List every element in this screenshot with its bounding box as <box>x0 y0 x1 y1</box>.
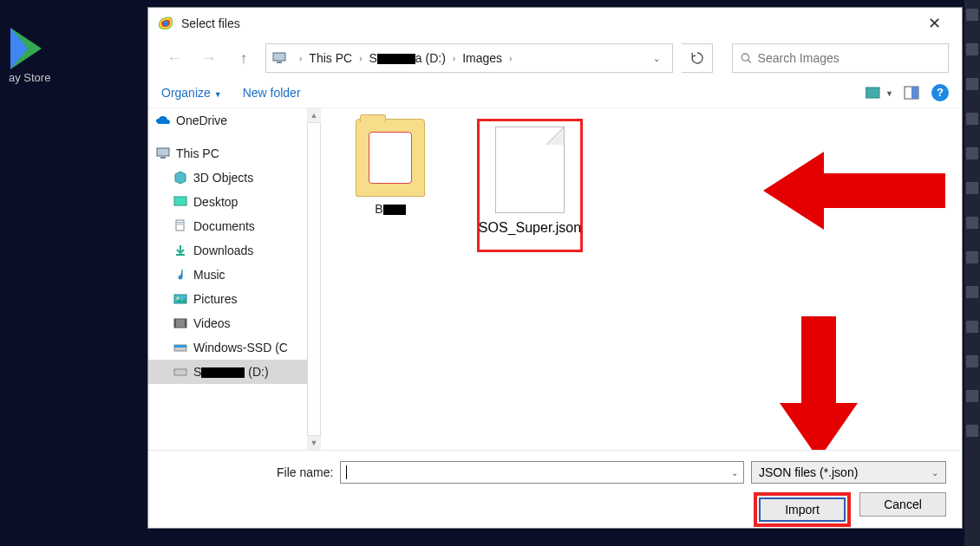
svg-rect-13 <box>177 222 183 223</box>
svg-rect-19 <box>174 319 176 328</box>
music-icon <box>173 267 188 283</box>
up-button[interactable]: ↑ <box>231 45 257 71</box>
rail-icon[interactable] <box>966 147 978 159</box>
breadcrumb-sep: › <box>352 54 369 63</box>
sidebar-windows-ssd[interactable]: Windows-SSD (C <box>148 335 307 360</box>
svg-rect-9 <box>157 148 169 156</box>
drive-icon <box>173 364 188 380</box>
search-input[interactable] <box>758 51 941 65</box>
pc-icon <box>271 50 287 66</box>
svg-text:▼: ▼ <box>885 89 892 98</box>
breadcrumb-bar[interactable]: › This PC › Sa (D:) › Images › ⌄ <box>265 43 673 73</box>
emulator-rail <box>964 0 980 546</box>
breadcrumb-sep: › <box>502 54 519 63</box>
play-store-shortcut[interactable]: ay Store <box>9 26 50 84</box>
svg-point-3 <box>742 54 748 61</box>
breadcrumb-sep: › <box>446 54 462 63</box>
organize-menu[interactable]: Organize ▼ <box>161 86 222 100</box>
svg-rect-23 <box>174 369 186 375</box>
sidebar-3d-objects[interactable]: 3D Objects <box>148 166 307 190</box>
dialog-footer: File name: ⌄ JSON files (*.json) ⌄ Impor… <box>148 450 962 528</box>
play-store-label: ay Store <box>9 71 50 84</box>
sidebar-drive-d[interactable]: S (D:) <box>148 360 307 384</box>
search-box[interactable] <box>732 43 949 73</box>
rail-icon[interactable] <box>966 425 978 437</box>
rail-icon[interactable] <box>966 43 978 55</box>
view-button[interactable]: ▼ <box>866 85 892 101</box>
breadcrumb-0[interactable]: This PC <box>309 51 352 65</box>
svg-rect-14 <box>177 224 183 224</box>
rail-icon[interactable] <box>966 9 978 21</box>
sidebar-music[interactable]: Music <box>148 263 307 287</box>
file-list[interactable]: B SOS_Super.json <box>321 108 962 450</box>
refresh-icon <box>690 51 704 65</box>
breadcrumb-drop[interactable]: ⌄ <box>646 54 667 63</box>
rail-icon[interactable] <box>966 390 978 402</box>
rail-icon[interactable] <box>966 251 978 263</box>
close-button[interactable]: ✕ <box>916 10 953 36</box>
svg-rect-11 <box>174 197 186 205</box>
folder-item[interactable]: B <box>338 119 442 216</box>
import-highlight: Import <box>754 492 851 527</box>
sidebar-documents[interactable]: Documents <box>148 214 307 238</box>
sidebar-thispc[interactable]: This PC <box>148 141 307 166</box>
breadcrumb-1[interactable]: Sa (D:) <box>369 51 445 65</box>
folder-label: B <box>375 202 405 216</box>
forward-button[interactable]: → <box>196 45 222 71</box>
rail-icon[interactable] <box>966 355 978 367</box>
sidebar-videos[interactable]: Videos <box>148 311 307 335</box>
help-button[interactable]: ? <box>931 84 949 101</box>
filename-input[interactable]: ⌄ <box>340 461 744 484</box>
sidebar-onedrive[interactable]: OneDrive <box>148 108 307 133</box>
svg-rect-15 <box>176 254 185 256</box>
sidebar-pictures[interactable]: Pictures <box>148 287 307 311</box>
rail-icon[interactable] <box>966 321 978 333</box>
play-store-icon <box>9 26 50 71</box>
rail-icon[interactable] <box>966 182 978 194</box>
scroll-down[interactable]: ▼ <box>307 436 321 450</box>
filename-dropdown[interactable]: ⌄ <box>731 468 738 478</box>
search-icon <box>740 51 753 65</box>
svg-line-4 <box>748 60 751 62</box>
svg-rect-2 <box>277 62 282 63</box>
sidebar-downloads[interactable]: Downloads <box>148 238 307 263</box>
new-folder-button[interactable]: New folder <box>243 86 301 100</box>
import-button[interactable]: Import <box>759 497 846 522</box>
svg-rect-20 <box>185 319 186 328</box>
breadcrumb-2[interactable]: Images <box>462 51 502 65</box>
sidebar: OneDrive This PC 3D Objects Desktop Docu… <box>148 108 307 450</box>
rail-icon[interactable] <box>966 286 978 298</box>
file-label: SOS_Super.json <box>479 220 581 236</box>
rail-icon[interactable] <box>966 78 978 90</box>
back-button[interactable]: ← <box>161 45 187 71</box>
svg-rect-8 <box>911 87 918 99</box>
pictures-icon <box>173 291 188 307</box>
pc-icon <box>155 146 171 161</box>
content-area: OneDrive This PC 3D Objects Desktop Docu… <box>148 108 962 450</box>
file-icon <box>495 127 565 213</box>
filetype-select[interactable]: JSON files (*.json) ⌄ <box>751 461 946 484</box>
cube-icon <box>173 170 188 185</box>
sidebar-scrollbar[interactable]: ▲ ▼ <box>307 108 321 450</box>
rail-icon[interactable] <box>966 217 978 229</box>
onedrive-icon <box>155 113 171 128</box>
sidebar-desktop[interactable]: Desktop <box>148 190 307 214</box>
downloads-icon <box>173 243 188 258</box>
drive-icon <box>173 340 188 355</box>
drive-d-label: S (D:) <box>193 365 269 379</box>
folder-icon <box>356 119 425 197</box>
svg-point-17 <box>177 297 180 300</box>
desktop-icon <box>173 194 188 210</box>
scroll-thumb[interactable] <box>307 122 321 436</box>
svg-point-0 <box>163 21 168 26</box>
scroll-up[interactable]: ▲ <box>307 108 321 122</box>
nav-bar: ← → ↑ › This PC › Sa (D:) › Images › ⌄ <box>148 39 962 77</box>
cancel-button[interactable]: Cancel <box>859 492 946 517</box>
filename-label: File name: <box>277 465 333 479</box>
file-item-json[interactable]: SOS_Super.json <box>477 119 583 252</box>
preview-pane-button[interactable] <box>904 86 919 100</box>
bluestacks-icon <box>157 15 174 32</box>
refresh-button[interactable] <box>682 43 713 73</box>
videos-icon <box>173 315 188 331</box>
rail-icon[interactable] <box>966 113 978 125</box>
